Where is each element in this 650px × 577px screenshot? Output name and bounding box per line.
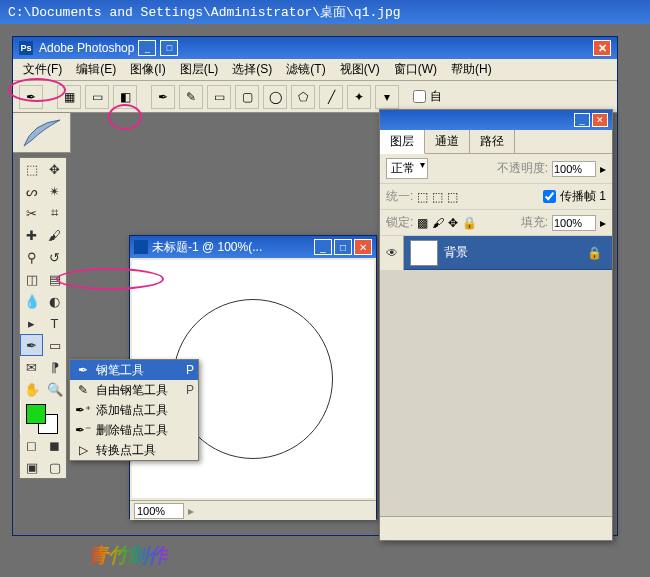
status-arrow-icon[interactable]: ▸: [188, 504, 194, 518]
menu-filter[interactable]: 滤镜(T): [280, 59, 331, 80]
lock-all-icon[interactable]: 🔒: [462, 216, 477, 230]
tool-preset-icon[interactable]: ✒: [19, 85, 43, 109]
unify-btn3-icon[interactable]: ⬚: [447, 190, 458, 204]
menu-layer[interactable]: 图层(L): [174, 59, 225, 80]
ps-title: Adobe Photoshop: [39, 41, 134, 55]
outer-window-path: C:\Documents and Settings\Administrator\…: [8, 3, 401, 21]
panel-titlebar[interactable]: _ ✕: [380, 110, 612, 130]
lock-trans-icon[interactable]: ▩: [417, 216, 428, 230]
lock-move-icon[interactable]: ✥: [448, 216, 458, 230]
screen-mode-1[interactable]: ▣: [20, 456, 43, 478]
gradient-tool[interactable]: ▤: [43, 268, 66, 290]
move-tool[interactable]: ✥: [43, 158, 66, 180]
crop-tool[interactable]: ✂: [20, 202, 43, 224]
custom-shape-icon[interactable]: ✦: [347, 85, 371, 109]
layer-row[interactable]: 👁 背景 🔒: [380, 236, 612, 270]
heal-tool[interactable]: ✚: [20, 224, 43, 246]
paths-icon[interactable]: ▭: [85, 85, 109, 109]
doc-maximize-icon[interactable]: □: [334, 239, 352, 255]
blur-tool[interactable]: 💧: [20, 290, 43, 312]
history-brush-tool[interactable]: ↺: [43, 246, 66, 268]
freeform-pen-icon[interactable]: ✎: [179, 85, 203, 109]
marquee-tool[interactable]: ⬚: [20, 158, 43, 180]
line-icon[interactable]: ╱: [319, 85, 343, 109]
tab-layers[interactable]: 图层: [380, 130, 425, 154]
lasso-tool[interactable]: ᔕ: [20, 180, 43, 202]
slice-tool[interactable]: ⌗: [43, 202, 66, 224]
delete-anchor-icon: ✒⁻: [74, 423, 92, 437]
ps-titlebar[interactable]: Ps Adobe Photoshop _ □ ✕: [13, 37, 617, 59]
flyout-pen-tool[interactable]: ✒ 钢笔工具 P: [70, 360, 198, 380]
wand-tool[interactable]: ✴: [43, 180, 66, 202]
ellipse-icon[interactable]: ◯: [263, 85, 287, 109]
unify-btn2-icon[interactable]: ⬚: [432, 190, 443, 204]
menu-view[interactable]: 视图(V): [334, 59, 386, 80]
menu-edit[interactable]: 编辑(E): [70, 59, 122, 80]
flyout-delete-anchor[interactable]: ✒⁻ 删除锚点工具: [70, 420, 198, 440]
unify-btn1-icon[interactable]: ⬚: [417, 190, 428, 204]
lock-paint-icon[interactable]: 🖌: [432, 216, 444, 230]
panel-minimize-icon[interactable]: _: [574, 113, 590, 127]
shape-layers-icon[interactable]: ▦: [57, 85, 81, 109]
convert-point-icon: ▷: [74, 443, 92, 457]
blend-mode-select[interactable]: 正常: [386, 158, 428, 179]
flyout-add-anchor[interactable]: ✒⁺ 添加锚点工具: [70, 400, 198, 420]
maximize-icon[interactable]: □: [160, 40, 178, 56]
opacity-field[interactable]: [552, 161, 596, 177]
shape-tool[interactable]: ▭: [43, 334, 66, 356]
propagate-checkbox[interactable]: [543, 190, 556, 203]
menu-file[interactable]: 文件(F): [17, 59, 68, 80]
menu-image[interactable]: 图像(I): [124, 59, 171, 80]
standard-mode-icon[interactable]: ◻: [20, 434, 43, 456]
stamp-tool[interactable]: ⚲: [20, 246, 43, 268]
unify-label: 统一:: [386, 188, 413, 205]
opacity-label: 不透明度:: [497, 160, 548, 177]
layer-visibility-icon[interactable]: 👁: [380, 236, 404, 270]
dodge-tool[interactable]: ◐: [43, 290, 66, 312]
quickmask-icon[interactable]: ◼: [43, 434, 66, 456]
layers-panel[interactable]: _ ✕ 图层 通道 路径 正常 不透明度: ▸ 统一: ⬚: [379, 109, 613, 541]
main-gray-area: Ps Adobe Photoshop _ □ ✕ 文件(F) 编辑(E) 图像(…: [0, 24, 650, 577]
eyedropper-tool[interactable]: ⁋: [43, 356, 66, 378]
pen-icon[interactable]: ✒: [151, 85, 175, 109]
auto-checkbox[interactable]: [413, 90, 426, 103]
menubar: 文件(F) 编辑(E) 图像(I) 图层(L) 选择(S) 滤镜(T) 视图(V…: [13, 59, 617, 81]
doc-close-icon[interactable]: ✕: [354, 239, 372, 255]
panel-close-icon[interactable]: ✕: [592, 113, 608, 127]
close-icon[interactable]: ✕: [593, 40, 611, 56]
minimize-icon[interactable]: _: [138, 40, 156, 56]
polygon-icon[interactable]: ⬠: [291, 85, 315, 109]
menu-window[interactable]: 窗口(W): [388, 59, 443, 80]
fill-arrow-icon[interactable]: ▸: [600, 216, 606, 230]
pen-tool[interactable]: ✒: [20, 334, 43, 356]
add-anchor-icon: ✒⁺: [74, 403, 92, 417]
tab-channels[interactable]: 通道: [425, 130, 470, 153]
path-select-tool[interactable]: ▸: [20, 312, 43, 334]
foreground-color-swatch[interactable]: [26, 404, 46, 424]
hand-tool[interactable]: ✋: [20, 378, 43, 400]
type-tool[interactable]: T: [43, 312, 66, 334]
document-titlebar[interactable]: 未标题-1 @ 100%(... _ □ ✕: [130, 236, 376, 258]
zoom-field[interactable]: [134, 503, 184, 519]
brush-tool[interactable]: 🖌: [43, 224, 66, 246]
color-swatches[interactable]: [20, 400, 66, 434]
fill-pixels-icon[interactable]: ◧: [113, 85, 137, 109]
watermark: 青竹制作: [88, 542, 168, 569]
screen-mode-2[interactable]: ▢: [43, 456, 66, 478]
rounded-rect-icon[interactable]: ▢: [235, 85, 259, 109]
doc-minimize-icon[interactable]: _: [314, 239, 332, 255]
document-statusbar: ▸: [130, 500, 376, 520]
layer-thumbnail[interactable]: [410, 240, 438, 266]
flyout-convert-point[interactable]: ▷ 转换点工具: [70, 440, 198, 460]
tab-paths[interactable]: 路径: [470, 130, 515, 153]
notes-tool[interactable]: ✉: [20, 356, 43, 378]
menu-help[interactable]: 帮助(H): [445, 59, 498, 80]
flyout-freeform-pen[interactable]: ✎ 自由钢笔工具 P: [70, 380, 198, 400]
fill-field[interactable]: [552, 215, 596, 231]
shape-options-icon[interactable]: ▾: [375, 85, 399, 109]
menu-select[interactable]: 选择(S): [226, 59, 278, 80]
zoom-tool[interactable]: 🔍: [43, 378, 66, 400]
rectangle-icon[interactable]: ▭: [207, 85, 231, 109]
opacity-arrow-icon[interactable]: ▸: [600, 162, 606, 176]
eraser-tool[interactable]: ◫: [20, 268, 43, 290]
